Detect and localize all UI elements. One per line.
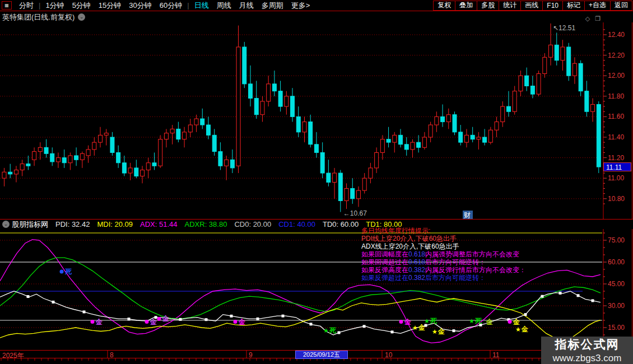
indicator-value-td0: TD0: 60.00 [323,220,359,228]
btn-huaxian[interactable]: 画线 [520,1,543,11]
svg-text:金: 金 [486,318,493,326]
period-tab-7[interactable]: 周线 [213,1,235,10]
svg-text:11.60: 11.60 [608,113,624,120]
svg-text:↖12.51: ↖12.51 [553,24,575,32]
svg-text:75.00: 75.00 [608,236,625,244]
svg-text:金: 金 [404,318,411,326]
svg-text:金: 金 [95,318,103,326]
indicator-value-pdi: PDI: 32.42 [55,220,90,228]
indicator-name: 股朋指标网 [12,220,48,230]
indicator-value-cd1: CD1: 40.00 [278,220,315,228]
indicator-values: PDI: 32.42MDI: 20.09ADX: 51.44ADXR: 38.8… [55,220,409,228]
svg-text:12.00: 12.00 [608,72,625,80]
svg-text:45.00: 45.00 [608,280,625,288]
svg-text:12.20: 12.20 [608,52,625,59]
indicator-header: ⌄ 股朋指标网 PDI: 32.42MDI: 20.09ADX: 51.44AD… [0,220,633,229]
period-tab-10[interactable]: 更多> [287,1,314,10]
svg-text:★: ★ [323,327,329,334]
svg-text:死: 死 [64,268,72,276]
svg-text:★: ★ [432,328,437,335]
btn-tongji[interactable]: 统计 [499,1,521,11]
period-tab-2[interactable]: 5分钟 [68,1,95,10]
svg-text:死: 死 [474,317,482,325]
svg-text:财: 财 [464,211,471,219]
svg-text:15.00: 15.00 [608,324,625,332]
app-window: ▦ 分时|1分钟5分钟15分钟30分钟60分钟|日线周线月线多周期更多> 复权叠… [0,0,633,364]
indicator-annotation-line: 多日均线年度行情提示: [361,227,526,235]
indicator-annotation-line: 如果反弹超过在0.382后市方向可能逆转： [361,274,526,282]
period-tab-1[interactable]: 1分钟 [41,1,68,10]
diamond-icon[interactable]: ◇ [585,15,590,22]
watermark-title: 指标公式网 [555,337,620,352]
svg-text:金: 金 [418,324,425,332]
svg-text:死: 死 [430,317,437,325]
period-tab-3[interactable]: 15分钟 [95,1,125,10]
svg-text:金: 金 [238,318,245,326]
svg-text:12.40: 12.40 [608,31,625,39]
date-axis-label-4: 11 [492,351,499,359]
svg-text:★: ★ [412,324,418,331]
toolbar: ▦ 分时|1分钟5分钟15分钟30分钟60分钟|日线周线月线多周期更多> 复权叠… [0,0,633,11]
svg-text:11.00: 11.00 [608,174,624,182]
btn-f10[interactable]: F10 [542,1,563,11]
btn-fanhui[interactable]: 返回 [610,1,632,11]
panel-icon[interactable]: ❐ [595,15,601,22]
svg-text:金: 金 [162,315,169,323]
symbol-title: 英特集团(日线.前复权) [2,12,75,22]
btn-biaoji[interactable]: 标记 [562,1,585,11]
indicator-annotations: 多日均线年度行情提示:PDI线上穿20介入,下破60急出手ADX线上穿20介入,… [361,227,526,282]
svg-text:60.00: 60.00 [608,258,625,266]
btn-duogu[interactable]: 多股 [477,1,499,11]
series-pdi [0,291,601,335]
period-tab-0[interactable]: 分时 [15,1,38,10]
period-tab-5[interactable]: 60分钟 [156,1,186,10]
indicator-annotation-line: ADX线上穿20介入,下破60急出手 [361,242,526,250]
svg-text:11.40: 11.40 [608,133,624,141]
chevron-down-icon[interactable]: ⌄ [2,221,10,228]
btn-fuquan[interactable]: 复权 [433,1,455,11]
svg-text:金: 金 [150,318,157,326]
svg-text:金: 金 [521,325,528,333]
toolbar-divider: | [186,1,190,10]
chart-corner-icons: ◇❐ [580,15,601,22]
svg-text:11.20: 11.20 [608,154,624,162]
candles-layer [2,24,601,212]
watermark-url: www.zbgs3.com [553,353,622,364]
svg-text:11.80: 11.80 [608,92,624,100]
toolbar-right-buttons: 复权叠加多股统计画线F10标记+自选返回 [434,1,632,11]
indicator-chart: 75.0060.0045.0030.0015.00死金金金金★死金★金★死★金★… [0,229,633,350]
indicator-annotation-line: PDI线上穿20介入,下破60急出手 [361,235,526,242]
period-tab-4[interactable]: 30分钟 [125,1,155,10]
selected-date-badge[interactable]: 2025/09/12五 [295,351,348,359]
indicator-value-mdi: MDI: 20.09 [97,220,133,228]
svg-text:★: ★ [424,318,430,324]
layout-icon[interactable]: ▦ [2,1,12,10]
svg-text:11.11: 11.11 [606,164,622,171]
svg-text:30.00: 30.00 [608,302,625,310]
watermark: 指标公式网 www.zbgs3.com [541,337,633,364]
date-axis-label-3: 10 [385,351,392,359]
indicator-annotation-line: 如果回调超过在0.618后市方向可能逆转： [361,258,526,266]
svg-text:死: 死 [329,326,337,334]
title-bar: 英特集团(日线.前复权) ⌄ ◇❐ [0,12,633,22]
btn-diejia[interactable]: 叠加 [455,1,477,11]
chevron-down-icon[interactable]: ⌄ [78,13,85,21]
indicator-annotation-line: 如果反弹高度在0.382内属反弹行情后市方向不会改变： [361,266,526,274]
candlestick-chart: 12.4012.2012.0011.8011.6011.4011.2011.00… [0,22,633,220]
indicator-annotation-line: 如果回调幅度在0.618内属强势调整后市方向不会改变 [361,250,526,258]
svg-text:金: 金 [437,328,445,335]
period-tab-9[interactable]: 多周期 [258,1,287,10]
svg-text:←10.67: ←10.67 [343,209,367,217]
period-tabs: 分时|1分钟5分钟15分钟30分钟60分钟|日线周线月线多周期更多> [15,1,314,11]
date-axis-label-2: 9 [249,351,253,359]
date-axis-label-1: 8 [110,351,114,359]
indicator-value-cd0: CD0: 20.00 [234,220,271,228]
svg-text:10.80: 10.80 [608,195,625,203]
date-axis-label-0: 2025年 [2,351,24,361]
btn-zixuan[interactable]: +自选 [584,1,611,11]
svg-text:金: 金 [513,318,520,326]
indicator-value-adxr: ADXR: 38.80 [185,220,227,228]
svg-text:★: ★ [515,326,521,333]
period-tab-6[interactable]: 日线 [190,1,213,10]
period-tab-8[interactable]: 月线 [235,1,258,10]
